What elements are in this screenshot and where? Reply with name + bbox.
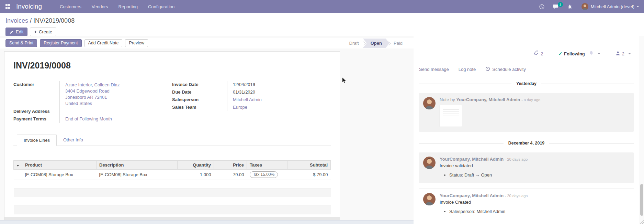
message-body: Invoice Created [440,200,528,205]
message-avatar [423,193,436,205]
cell-quantity: 1.000 [178,170,214,180]
delivery-address-label: Delivery Address [13,108,59,115]
message-invoice-created: YourCompany, Mitchell Admin - 20 days ag… [419,189,634,220]
follower-count: 2 [622,51,624,56]
invoice-lines-table: Product Description Quantity Price Taxes… [13,160,331,214]
empty-row [14,206,331,214]
chatter-scrollbar-thumb[interactable] [640,184,643,216]
followers-button[interactable]: 2 [615,51,631,57]
customer-link[interactable]: Azure Interior, Colleen Diaz [65,82,172,88]
message-author[interactable]: YourCompany, Mitchell Admin [456,97,520,102]
mouse-cursor [342,77,347,85]
chatter-panel: 2 ✓ Following 2 Send message Log note Sc… [414,36,644,224]
payment-terms-value[interactable]: End of Following Month [65,116,112,121]
notification-badge: 1 [558,2,563,7]
message-author[interactable]: YourCompany, Mitchell Admin [440,157,504,162]
optional-columns-toggle[interactable] [14,161,22,170]
empty-row [14,180,331,189]
bottom-scrollbar-strip[interactable] [0,220,414,224]
debug-bug-icon[interactable] [567,4,573,9]
message-invoice-validated: YourCompany, Mitchell Admin - 20 days ag… [419,152,634,183]
chatter-actions: Send message Log note Schedule activity [419,66,634,72]
activities-clock-icon[interactable] [539,4,545,10]
message-avatar [423,97,436,109]
date-separator-yesterday: Yesterday [419,81,634,86]
user-menu[interactable]: Mitchell Admin (devel) [591,4,634,9]
tab-invoice-lines[interactable]: Invoice Lines [17,135,57,146]
column-quantity[interactable]: Quantity [178,161,214,170]
attachment-thumbnail[interactable] [440,105,462,127]
tab-other-info[interactable]: Other Info [57,135,90,146]
column-taxes[interactable]: Taxes [247,161,287,170]
salesperson-value[interactable]: Mitchell Admin [233,97,262,102]
message-note: Note by YourCompany, Mitchell Admin - a … [419,93,634,132]
message-time: - a day ago [521,98,540,102]
invoice-date-label: Invoice Date [172,81,227,88]
sales-team-value[interactable]: Europe [233,105,247,110]
sheet-horizontal-scrollbar[interactable] [4,217,340,220]
breadcrumb-invoices[interactable]: Invoices [5,17,28,24]
tax-badge: Tax 15.00% [250,171,278,178]
send-print-button[interactable]: Send & Print [5,39,37,47]
column-product[interactable]: Product [22,161,97,170]
message-avatar [423,157,436,169]
menu-reporting[interactable]: Reporting [118,4,138,9]
create-button[interactable]: + Create [30,28,56,36]
send-message-button[interactable]: Send message [419,67,449,72]
schedule-clock-icon [485,66,490,72]
message-author[interactable]: YourCompany, Mitchell Admin [440,193,504,198]
bell-icon[interactable] [589,51,594,57]
cell-description: [E-COM08] Storage Box [97,170,178,180]
app-name[interactable]: Invoicing [16,3,42,10]
invoice-date-value: 12/04/2019 [227,81,331,88]
pencil-icon [10,30,14,34]
message-time: - 20 days ago [505,157,528,161]
menu-vendors[interactable]: Vendors [92,4,108,9]
menu-customers[interactable]: Customers [60,4,81,9]
attachments-button[interactable]: 2 [534,51,543,57]
breadcrumb: Invoices / INV/2019/0008 [5,17,639,24]
tracking-value: Salesperson: Mitchell Admin [449,209,528,214]
register-payment-button[interactable]: Register Payment [40,39,81,47]
payment-terms-label: Payment Terms [13,115,59,123]
statusbar: Send & Print Register Payment Add Credit… [0,38,414,49]
following-toggle[interactable]: ✓ Following [558,51,600,57]
message-body: Invoice validated [440,163,528,168]
status-step-open[interactable]: Open [363,39,389,48]
followers-caret-icon [628,53,631,54]
following-caret-icon [598,53,600,54]
edit-button[interactable]: Edit [5,28,27,36]
invoice-line-row[interactable]: [E-COM08] Storage Box [E-COM08] Storage … [14,170,331,180]
add-credit-note-button[interactable]: Add Credit Note [84,39,123,47]
cell-subtotal: $ 79.00 [287,170,331,180]
empty-row [14,189,331,197]
column-price[interactable]: Price [214,161,247,170]
due-date-label: Due Date [172,88,227,96]
menu-configuration[interactable]: Configuration [148,4,174,9]
user-menu-caret-icon [636,6,639,7]
messages-icon[interactable]: 1 [553,4,559,9]
apps-grid-icon[interactable] [5,4,11,9]
chatter-scrollbar[interactable] [639,36,644,224]
cell-price: 79.00 [214,170,247,180]
customer-label: Customer [13,81,59,108]
preview-button[interactable]: Preview [125,39,148,47]
schedule-activity-button[interactable]: Schedule activity [485,66,526,72]
log-note-button[interactable]: Log note [459,67,476,72]
empty-row [14,197,331,206]
breadcrumb-separator: / [28,17,33,24]
sort-caret-icon [16,165,19,167]
column-subtotal[interactable]: Subtotal [287,161,331,170]
table-header-row: Product Description Quantity Price Taxes… [14,161,331,170]
status-step-paid[interactable]: Paid [388,39,408,48]
delivery-address-value [59,108,172,115]
tracking-value: Status: Draft → Open [449,172,528,178]
status-pipeline: Draft Open Paid [344,39,408,48]
status-step-draft[interactable]: Draft [344,39,364,48]
attachment-count: 2 [541,51,543,56]
chatter-topbar: 2 ✓ Following 2 [419,51,634,57]
date-separator-december: December 4, 2019 [419,141,634,146]
column-description[interactable]: Description [97,161,178,170]
person-icon [615,51,620,57]
invoice-number-title: INV/2019/0008 [13,61,331,71]
